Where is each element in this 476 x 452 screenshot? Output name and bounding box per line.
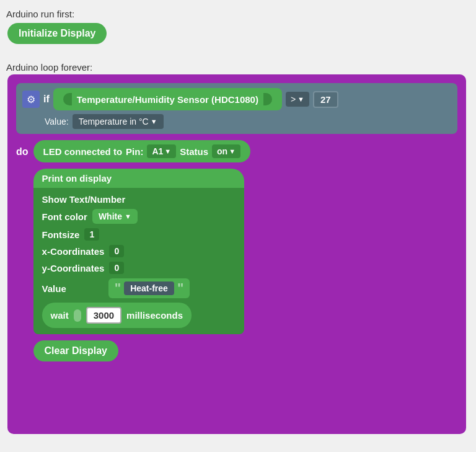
string-value-block[interactable]: " Heat-free ": [108, 278, 190, 298]
chevron-down-icon: ▼: [298, 95, 304, 103]
clear-display-button[interactable]: Clear Display: [33, 340, 118, 361]
main-block-container: ⚙ if Temperature/Humidity Sensor (HDC108…: [7, 74, 466, 434]
gear-icon[interactable]: ⚙: [22, 91, 40, 108]
wait-label: wait: [51, 310, 69, 321]
y-coord-label: y-Coordinates: [42, 263, 105, 273]
x-coord-label: x-Coordinates: [42, 246, 105, 257]
wait-block: wait 3000 milliseconds: [42, 303, 192, 328]
fontsize-input[interactable]: 1: [84, 228, 99, 241]
x-coord-row: x-Coordinates 0: [42, 245, 236, 257]
milliseconds-label: milliseconds: [126, 310, 183, 321]
led-connected-label: LED connected to: [43, 146, 123, 157]
string-value-input[interactable]: Heat-free: [124, 281, 174, 295]
close-quote-icon: ": [177, 281, 183, 295]
chevron-down-icon: ▼: [229, 148, 236, 155]
font-color-label: Font color: [42, 211, 87, 222]
value-label: Value:: [45, 117, 69, 126]
do-label: do: [16, 146, 29, 157]
wait-row: wait 3000 milliseconds: [42, 303, 236, 328]
fontsize-label: Fontsize: [42, 229, 80, 240]
chevron-down-icon: ▼: [151, 118, 157, 125]
led-status-label: Status: [180, 146, 208, 157]
initialize-display-button[interactable]: Initialize Display: [7, 23, 107, 44]
led-pin-label: Pin:: [126, 146, 143, 157]
led-pin-dropdown[interactable]: A1 ▼: [147, 144, 176, 158]
font-color-row: Font color White ▼: [42, 209, 236, 224]
print-on-display-group: Print on display Show Text/Number Font c…: [33, 169, 244, 334]
led-block: LED connected to Pin: A1 ▼ Status on ▼: [33, 140, 251, 162]
value-type-dropdown[interactable]: Temperature in °C ▼: [73, 114, 164, 129]
fontsize-row: Fontsize 1: [42, 228, 236, 241]
chevron-down-icon: ▼: [125, 213, 131, 220]
wait-value-input[interactable]: 3000: [86, 307, 121, 324]
sensor-value-input[interactable]: 27: [313, 91, 338, 108]
led-status-dropdown[interactable]: on ▼: [212, 144, 240, 158]
open-quote-icon: ": [115, 281, 121, 295]
sensor-label: Temperature/Humidity Sensor (HDC1080): [77, 94, 258, 105]
chevron-down-icon: ▼: [164, 148, 171, 155]
arduino-run-first-label: Arduino run first:: [6, 9, 74, 19]
value-string-label: Value: [42, 283, 66, 294]
y-coord-row: y-Coordinates 0: [42, 262, 236, 274]
arduino-loop-forever-label: Arduino loop forever:: [6, 62, 92, 73]
y-coord-input[interactable]: 0: [109, 262, 124, 274]
value-string-row: Value " Heat-free ": [42, 278, 236, 298]
x-coord-input[interactable]: 0: [109, 245, 124, 257]
if-label: if: [43, 94, 50, 105]
comparator-dropdown[interactable]: > ▼: [286, 92, 309, 107]
font-color-dropdown[interactable]: White ▼: [92, 209, 138, 224]
show-text-number-row: Show Text/Number: [42, 194, 236, 205]
print-on-display-button[interactable]: Print on display: [33, 169, 244, 188]
show-text-number-label: Show Text/Number: [42, 194, 126, 205]
if-container: ⚙ if Temperature/Humidity Sensor (HDC108…: [16, 83, 457, 134]
